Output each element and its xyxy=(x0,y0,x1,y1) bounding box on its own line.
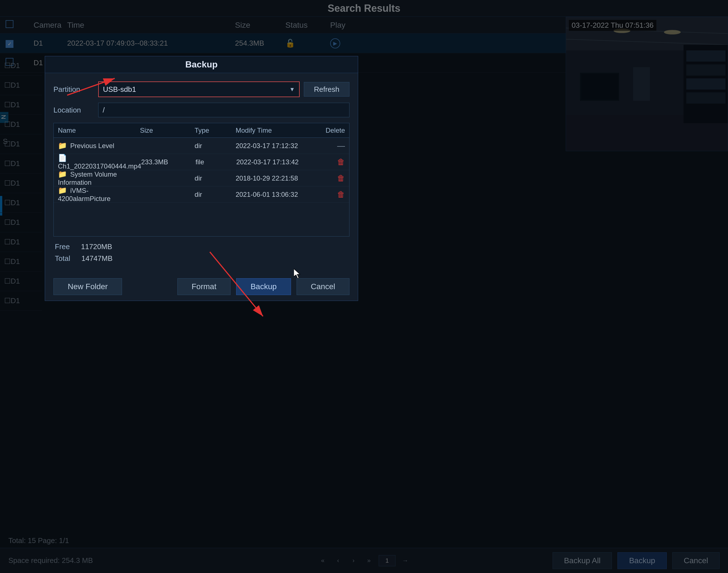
file-delete-mp4[interactable]: 🗑 xyxy=(318,157,345,166)
delete-icon-sysvolinfo[interactable]: 🗑 xyxy=(337,174,345,183)
partition-label: Partition xyxy=(53,85,98,94)
modal-footer: New Folder Format Backup Cancel xyxy=(45,273,358,301)
free-label: Free xyxy=(55,243,70,251)
partition-select-wrapper: USB-sdb1 ▼ xyxy=(98,82,300,97)
folder-icon-ivms: 📁 xyxy=(58,186,67,195)
new-folder-button[interactable]: New Folder xyxy=(53,278,122,295)
location-label: Location xyxy=(53,106,98,114)
folder-icon-previous: 📁 xyxy=(58,141,67,150)
delete-icon-mp4[interactable]: 🗑 xyxy=(337,158,345,166)
total-label: Total xyxy=(55,254,70,263)
format-button[interactable]: Format xyxy=(177,278,231,295)
file-mtime-previous: 2022-03-17 17:12:32 xyxy=(236,142,318,150)
file-icon-mp4: 📄 xyxy=(58,154,67,162)
file-col-header-mtime: Modify Time xyxy=(236,126,318,135)
file-type-previous: dir xyxy=(195,142,236,150)
cancel-button[interactable]: Cancel xyxy=(296,278,349,295)
file-col-header-name: Name xyxy=(58,126,140,135)
file-mtime-sysvolinfo: 2018-10-29 22:21:58 xyxy=(236,174,318,182)
no-delete-icon: — xyxy=(337,141,345,150)
file-delete-previous: — xyxy=(318,141,345,150)
modal-header: Backup xyxy=(45,56,358,73)
file-table-header: Name Size Type Modify Time Delete xyxy=(54,123,349,138)
file-name-sysvolinfo: 📁System Volume Information xyxy=(58,170,140,187)
partition-row: Partition USB-sdb1 ▼ Refresh xyxy=(53,82,349,97)
delete-icon-ivms[interactable]: 🗑 xyxy=(337,190,345,199)
file-mtime-mp4: 2022-03-17 17:13:42 xyxy=(236,158,318,166)
backup-button[interactable]: Backup xyxy=(236,278,291,295)
backup-modal: Backup Partition USB-sdb1 ▼ Refresh Loca… xyxy=(45,56,358,301)
file-delete-sysvolinfo[interactable]: 🗑 xyxy=(318,173,345,183)
file-name-ivms: 📁iVMS-4200alarmPicture xyxy=(58,186,140,203)
free-storage-row: Free 11720MB xyxy=(55,241,348,253)
file-col-header-size: Size xyxy=(140,126,194,135)
file-row-ivms[interactable]: 📁iVMS-4200alarmPicture dir 2021-06-01 13… xyxy=(54,187,349,203)
modal-action-buttons: Format Backup Cancel xyxy=(177,278,349,295)
file-type-sysvolinfo: dir xyxy=(195,174,236,182)
partition-select[interactable]: USB-sdb1 xyxy=(99,82,299,97)
file-name-previous: 📁Previous Level xyxy=(58,141,140,150)
folder-icon-sysvolinfo: 📁 xyxy=(58,170,67,178)
file-type-ivms: dir xyxy=(195,191,236,199)
file-row-mp4[interactable]: 📄Ch1_20220317040444.mp4 233.3MB file 202… xyxy=(54,154,349,170)
file-table: Name Size Type Modify Time Delete 📁Previ… xyxy=(53,123,349,237)
file-table-empty-space xyxy=(54,203,349,236)
file-mtime-ivms: 2021-06-01 13:06:32 xyxy=(236,191,318,199)
storage-info: Free 11720MB Total 14747MB xyxy=(53,241,349,264)
file-col-header-delete: Delete xyxy=(318,126,345,135)
location-row: Location xyxy=(53,103,349,117)
file-type-mp4: file xyxy=(195,158,236,166)
free-value: 11720MB xyxy=(81,243,112,251)
refresh-button[interactable]: Refresh xyxy=(304,82,349,97)
file-row-sysvolinfo[interactable]: 📁System Volume Information dir 2018-10-2… xyxy=(54,170,349,187)
total-value: 14747MB xyxy=(81,254,112,263)
file-size-mp4: 233.3MB xyxy=(141,158,195,166)
modal-title: Backup xyxy=(185,59,218,70)
file-name-mp4: 📄Ch1_20220317040444.mp4 xyxy=(58,154,141,170)
total-storage-row: Total 14747MB xyxy=(55,253,348,264)
file-col-header-type: Type xyxy=(195,126,236,135)
location-input[interactable] xyxy=(98,103,349,117)
modal-body: Partition USB-sdb1 ▼ Refresh Location Na… xyxy=(45,73,358,270)
file-row-previous-level[interactable]: 📁Previous Level dir 2022-03-17 17:12:32 … xyxy=(54,138,349,154)
file-delete-ivms[interactable]: 🗑 xyxy=(318,190,345,199)
